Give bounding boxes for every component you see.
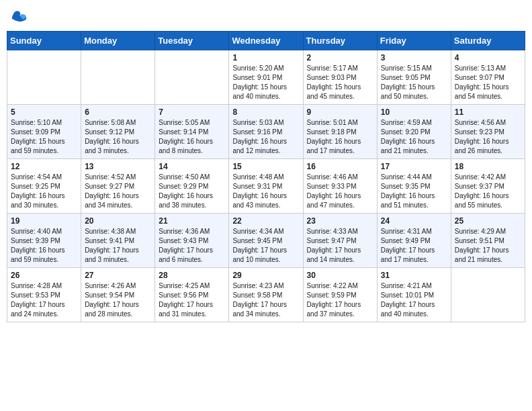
day-number: 3: [381, 53, 447, 62]
col-header-monday: Monday: [81, 32, 155, 50]
day-info: Sunrise: 4:54 AM Sunset: 9:25 PM Dayligh…: [11, 173, 77, 210]
day-number: 15: [232, 162, 299, 171]
day-number: 11: [455, 107, 521, 117]
day-number: 7: [159, 107, 225, 117]
calendar-cell: 15Sunrise: 4:48 AM Sunset: 9:31 PM Dayli…: [229, 159, 303, 214]
day-number: 28: [159, 271, 225, 280]
day-info: Sunrise: 4:40 AM Sunset: 9:39 PM Dayligh…: [11, 227, 77, 265]
col-header-friday: Friday: [377, 32, 451, 50]
day-info: Sunrise: 4:48 AM Sunset: 9:31 PM Dayligh…: [232, 173, 299, 210]
col-header-wednesday: Wednesday: [229, 32, 303, 50]
logo-icon: [9, 7, 28, 26]
day-number: 12: [11, 162, 77, 171]
day-info: Sunrise: 5:20 AM Sunset: 9:01 PM Dayligh…: [232, 64, 299, 101]
day-number: 25: [455, 216, 521, 226]
day-number: 22: [232, 216, 299, 226]
day-number: 16: [307, 162, 373, 171]
calendar-cell: 9Sunrise: 5:01 AM Sunset: 9:18 PM Daylig…: [303, 105, 377, 159]
day-number: 23: [307, 216, 373, 226]
page-header: [7, 7, 525, 26]
day-info: Sunrise: 4:31 AM Sunset: 9:49 PM Dayligh…: [381, 227, 447, 265]
day-info: Sunrise: 4:28 AM Sunset: 9:53 PM Dayligh…: [11, 281, 77, 319]
col-header-thursday: Thursday: [303, 32, 377, 50]
calendar-cell: [451, 268, 525, 322]
day-info: Sunrise: 5:03 AM Sunset: 9:16 PM Dayligh…: [232, 118, 299, 156]
calendar-cell: 24Sunrise: 4:31 AM Sunset: 9:49 PM Dayli…: [377, 214, 451, 268]
calendar-cell: 13Sunrise: 4:52 AM Sunset: 9:27 PM Dayli…: [81, 159, 155, 214]
day-info: Sunrise: 5:13 AM Sunset: 9:07 PM Dayligh…: [455, 64, 521, 101]
day-number: 17: [381, 162, 447, 171]
day-number: 13: [85, 162, 151, 171]
day-number: 20: [85, 216, 151, 226]
day-info: Sunrise: 4:56 AM Sunset: 9:23 PM Dayligh…: [455, 118, 521, 156]
calendar-cell: 22Sunrise: 4:34 AM Sunset: 9:45 PM Dayli…: [229, 214, 303, 268]
calendar-cell: [81, 50, 155, 105]
calendar-cell: 5Sunrise: 5:10 AM Sunset: 9:09 PM Daylig…: [7, 105, 81, 159]
day-info: Sunrise: 4:33 AM Sunset: 9:47 PM Dayligh…: [307, 227, 373, 265]
day-info: Sunrise: 4:23 AM Sunset: 9:58 PM Dayligh…: [232, 281, 299, 319]
col-header-saturday: Saturday: [451, 32, 525, 50]
calendar-week-row: 1Sunrise: 5:20 AM Sunset: 9:01 PM Daylig…: [7, 50, 525, 105]
calendar-cell: [155, 50, 229, 105]
day-info: Sunrise: 4:36 AM Sunset: 9:43 PM Dayligh…: [159, 227, 225, 265]
day-number: 10: [381, 107, 447, 117]
calendar-week-row: 5Sunrise: 5:10 AM Sunset: 9:09 PM Daylig…: [7, 105, 525, 159]
day-info: Sunrise: 5:08 AM Sunset: 9:12 PM Dayligh…: [85, 118, 151, 156]
logo: [9, 7, 30, 26]
calendar-cell: 23Sunrise: 4:33 AM Sunset: 9:47 PM Dayli…: [303, 214, 377, 268]
calendar-cell: 16Sunrise: 4:46 AM Sunset: 9:33 PM Dayli…: [303, 159, 377, 214]
calendar-cell: 6Sunrise: 5:08 AM Sunset: 9:12 PM Daylig…: [81, 105, 155, 159]
day-info: Sunrise: 4:59 AM Sunset: 9:20 PM Dayligh…: [381, 118, 447, 156]
day-number: 6: [85, 107, 151, 117]
calendar-cell: 8Sunrise: 5:03 AM Sunset: 9:16 PM Daylig…: [229, 105, 303, 159]
calendar-week-row: 19Sunrise: 4:40 AM Sunset: 9:39 PM Dayli…: [7, 214, 525, 268]
calendar-cell: 18Sunrise: 4:42 AM Sunset: 9:37 PM Dayli…: [451, 159, 525, 214]
calendar-cell: 14Sunrise: 4:50 AM Sunset: 9:29 PM Dayli…: [155, 159, 229, 214]
col-header-sunday: Sunday: [7, 32, 81, 50]
day-info: Sunrise: 4:22 AM Sunset: 9:59 PM Dayligh…: [307, 281, 373, 319]
day-number: 1: [232, 53, 299, 62]
day-number: 26: [11, 271, 77, 280]
calendar-cell: 21Sunrise: 4:36 AM Sunset: 9:43 PM Dayli…: [155, 214, 229, 268]
day-number: 2: [307, 53, 373, 62]
day-number: 4: [455, 53, 521, 62]
calendar-cell: 7Sunrise: 5:05 AM Sunset: 9:14 PM Daylig…: [155, 105, 229, 159]
calendar-cell: 30Sunrise: 4:22 AM Sunset: 9:59 PM Dayli…: [303, 268, 377, 322]
calendar-cell: 3Sunrise: 5:15 AM Sunset: 9:05 PM Daylig…: [377, 50, 451, 105]
calendar-cell: 2Sunrise: 5:17 AM Sunset: 9:03 PM Daylig…: [303, 50, 377, 105]
col-header-tuesday: Tuesday: [155, 32, 229, 50]
day-info: Sunrise: 5:05 AM Sunset: 9:14 PM Dayligh…: [159, 118, 225, 156]
calendar-cell: 29Sunrise: 4:23 AM Sunset: 9:58 PM Dayli…: [229, 268, 303, 322]
calendar-cell: 19Sunrise: 4:40 AM Sunset: 9:39 PM Dayli…: [7, 214, 81, 268]
day-number: 30: [307, 271, 373, 280]
calendar-cell: 31Sunrise: 4:21 AM Sunset: 10:01 PM Dayl…: [377, 268, 451, 322]
calendar-cell: 4Sunrise: 5:13 AM Sunset: 9:07 PM Daylig…: [451, 50, 525, 105]
day-info: Sunrise: 5:10 AM Sunset: 9:09 PM Dayligh…: [11, 118, 77, 156]
calendar-header-row: SundayMondayTuesdayWednesdayThursdayFrid…: [7, 32, 525, 50]
day-number: 24: [381, 216, 447, 226]
day-number: 27: [85, 271, 151, 280]
calendar-cell: 26Sunrise: 4:28 AM Sunset: 9:53 PM Dayli…: [7, 268, 81, 322]
day-number: 18: [455, 162, 521, 171]
calendar-week-row: 26Sunrise: 4:28 AM Sunset: 9:53 PM Dayli…: [7, 268, 525, 322]
day-info: Sunrise: 5:15 AM Sunset: 9:05 PM Dayligh…: [381, 64, 447, 101]
calendar-week-row: 12Sunrise: 4:54 AM Sunset: 9:25 PM Dayli…: [7, 159, 525, 214]
calendar-cell: 20Sunrise: 4:38 AM Sunset: 9:41 PM Dayli…: [81, 214, 155, 268]
day-number: 29: [232, 271, 299, 280]
day-info: Sunrise: 4:34 AM Sunset: 9:45 PM Dayligh…: [232, 227, 299, 265]
day-info: Sunrise: 4:52 AM Sunset: 9:27 PM Dayligh…: [85, 173, 151, 210]
day-number: 14: [159, 162, 225, 171]
day-info: Sunrise: 4:26 AM Sunset: 9:54 PM Dayligh…: [85, 281, 151, 319]
day-number: 5: [11, 107, 77, 117]
day-info: Sunrise: 4:44 AM Sunset: 9:35 PM Dayligh…: [381, 173, 447, 210]
calendar-cell: [7, 50, 81, 105]
day-info: Sunrise: 4:46 AM Sunset: 9:33 PM Dayligh…: [307, 173, 373, 210]
day-number: 9: [307, 107, 373, 117]
calendar-cell: 28Sunrise: 4:25 AM Sunset: 9:56 PM Dayli…: [155, 268, 229, 322]
day-info: Sunrise: 4:21 AM Sunset: 10:01 PM Daylig…: [381, 281, 447, 319]
calendar-table: SundayMondayTuesdayWednesdayThursdayFrid…: [7, 31, 525, 322]
calendar-cell: 17Sunrise: 4:44 AM Sunset: 9:35 PM Dayli…: [377, 159, 451, 214]
calendar-cell: 10Sunrise: 4:59 AM Sunset: 9:20 PM Dayli…: [377, 105, 451, 159]
day-number: 21: [159, 216, 225, 226]
calendar-cell: 27Sunrise: 4:26 AM Sunset: 9:54 PM Dayli…: [81, 268, 155, 322]
